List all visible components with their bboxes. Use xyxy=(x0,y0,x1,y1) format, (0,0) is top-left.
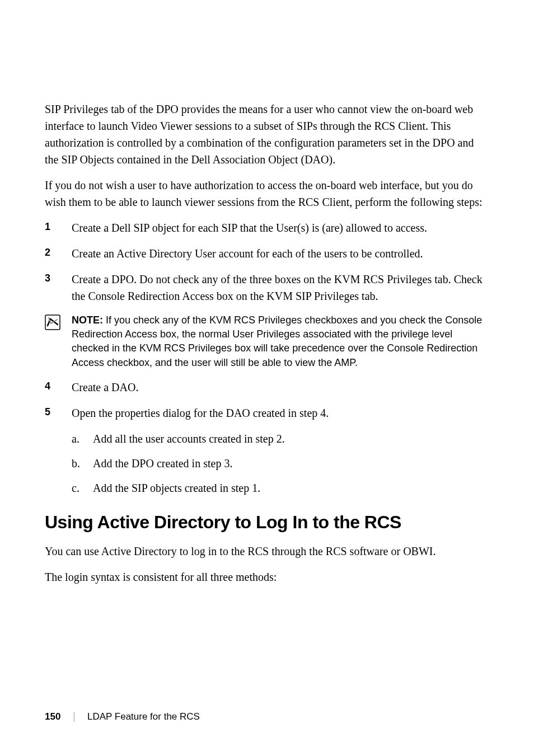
substep-text: Add the DPO created in step 3. xyxy=(93,455,489,472)
substep-a: a. Add all the user accounts created in … xyxy=(72,430,489,447)
step-text: Create an Active Directory User account … xyxy=(72,245,489,262)
section-paragraph-1: You can use Active Directory to log in t… xyxy=(45,543,489,560)
note-text: If you check any of the KVM RCS Privileg… xyxy=(72,314,482,368)
step-1: 1 Create a Dell SIP object for each SIP … xyxy=(45,219,489,236)
intro-paragraph-2: If you do not wish a user to have author… xyxy=(45,177,489,210)
page-footer: 150 | LDAP Feature for the RCS xyxy=(45,711,200,722)
intro-paragraph-1: SIP Privileges tab of the DPO provides t… xyxy=(45,101,489,168)
note-icon xyxy=(45,313,72,370)
step-number: 3 xyxy=(45,271,72,304)
step-3: 3 Create a DPO. Do not check any of the … xyxy=(45,271,489,304)
step-5: 5 Open the properties dialog for the DAO… xyxy=(45,405,489,421)
section-paragraph-2: The login syntax is consistent for all t… xyxy=(45,569,489,585)
page-number: 150 xyxy=(45,711,60,722)
step-number: 5 xyxy=(45,405,72,421)
steps-list: 1 Create a Dell SIP object for each SIP … xyxy=(45,219,489,304)
step-text: Create a DAO. xyxy=(72,379,489,396)
steps-list-continued: 4 Create a DAO. 5 Open the properties di… xyxy=(45,379,489,421)
substep-letter: c. xyxy=(72,480,93,496)
step-2: 2 Create an Active Directory User accoun… xyxy=(45,245,489,262)
step-number: 2 xyxy=(45,245,72,262)
substep-text: Add the SIP objects created in step 1. xyxy=(93,480,489,496)
substep-text: Add all the user accounts created in ste… xyxy=(93,430,489,447)
footer-divider: | xyxy=(73,711,75,722)
step-number: 4 xyxy=(45,379,72,396)
note-content: NOTE: If you check any of the KVM RCS Pr… xyxy=(72,313,489,370)
footer-title: LDAP Feature for the RCS xyxy=(87,711,200,722)
section-heading: Using Active Directory to Log In to the … xyxy=(45,512,489,533)
step-text: Create a DPO. Do not check any of the th… xyxy=(72,271,489,304)
substep-c: c. Add the SIP objects created in step 1… xyxy=(72,480,489,496)
substep-letter: b. xyxy=(72,455,93,472)
step-4: 4 Create a DAO. xyxy=(45,379,489,396)
substep-b: b. Add the DPO created in step 3. xyxy=(72,455,489,472)
note-label: NOTE: xyxy=(72,314,106,326)
step-number: 1 xyxy=(45,219,72,236)
note-block: NOTE: If you check any of the KVM RCS Pr… xyxy=(45,313,489,370)
step-text: Open the properties dialog for the DAO c… xyxy=(72,405,489,421)
step-text: Create a Dell SIP object for each SIP th… xyxy=(72,219,489,236)
substep-letter: a. xyxy=(72,430,93,447)
substeps-list: a. Add all the user accounts created in … xyxy=(45,430,489,496)
